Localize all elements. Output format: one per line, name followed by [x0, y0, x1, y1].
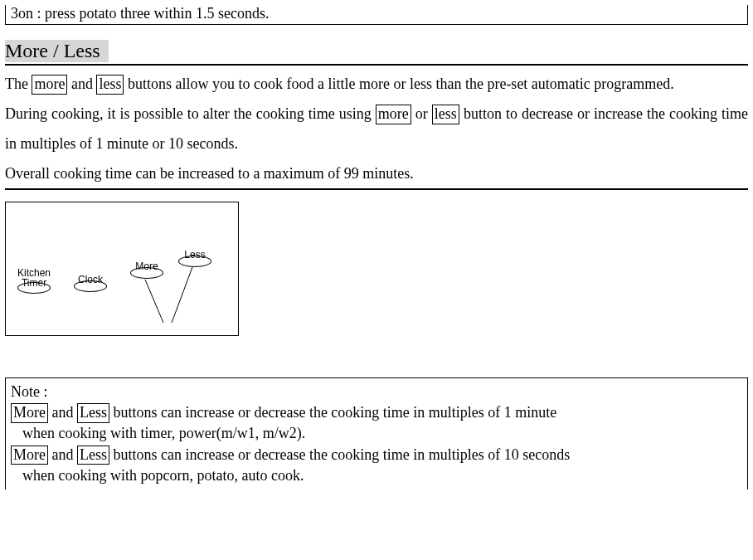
note-box: Note : More and Less buttons can increas…: [5, 377, 748, 489]
text: During cooking, it is possible to alter …: [5, 105, 376, 122]
note-heading: Note :: [11, 382, 742, 402]
note-line: More and Less buttons can increase or de…: [11, 402, 742, 423]
less-label: Less: [77, 403, 109, 423]
text: and: [48, 446, 77, 463]
svg-line-1: [172, 267, 192, 323]
more-label: More: [11, 403, 48, 423]
svg-line-0: [145, 280, 163, 323]
note-line: when cooking with timer, power(m/w1, m/w…: [11, 423, 742, 444]
rule-bottom: [5, 188, 748, 190]
top-instruction-text: 3on : press potato three within 1.5 seco…: [11, 5, 269, 22]
less-label: Less: [77, 446, 109, 465]
text: buttons allow you to cook food a little …: [124, 75, 673, 92]
text: buttons can increase or decrease the coo…: [109, 404, 556, 421]
more-label: More: [11, 446, 48, 465]
note-line: when cooking with popcorn, potato, auto …: [11, 465, 742, 486]
text: Overall cooking time can be increased to…: [5, 165, 414, 182]
text: The: [5, 75, 32, 92]
control-panel-diagram: Kitchen Timer Clock More Less: [5, 202, 239, 336]
more-label: more: [32, 75, 67, 95]
more-label: more: [376, 105, 411, 124]
top-instruction-box: 3on : press potato three within 1.5 seco…: [5, 5, 748, 25]
text: buttons can increase or decrease the coo…: [109, 446, 570, 463]
text: and: [67, 75, 96, 92]
less-label: less: [96, 75, 124, 95]
section-heading: More / Less: [5, 40, 109, 62]
note-line: More and Less buttons can increase or de…: [11, 445, 742, 465]
text: or: [411, 105, 432, 122]
less-label: less: [432, 105, 459, 124]
text: and: [48, 404, 77, 421]
section-body: The more and less buttons allow you to c…: [5, 66, 748, 188]
indicator-lines-icon: [6, 202, 238, 335]
